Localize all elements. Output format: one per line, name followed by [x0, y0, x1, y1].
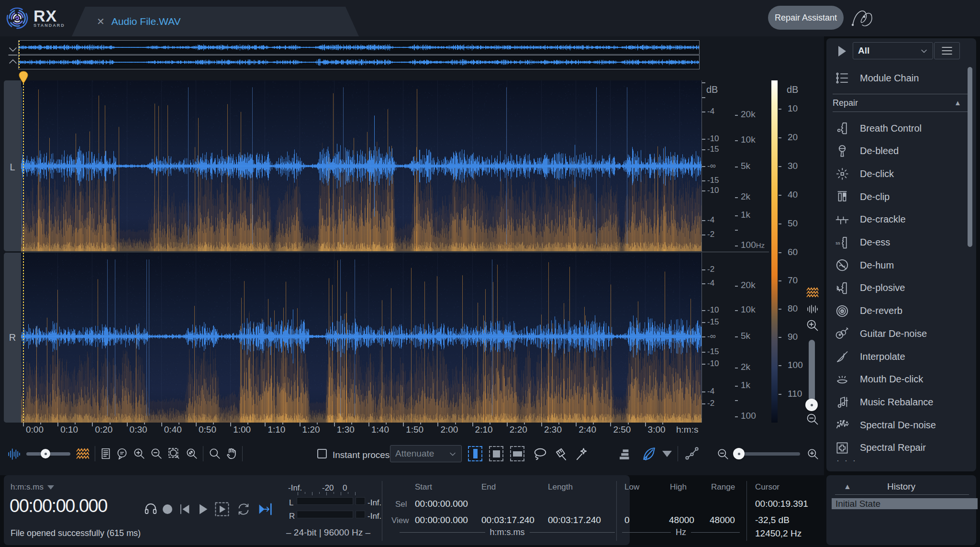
repair-assistant-button[interactable]: Repair Assistant — [768, 6, 844, 30]
timeline-label[interactable]: 0:40 — [164, 425, 182, 435]
overview-minimap-left[interactable] — [18, 40, 700, 55]
timeline-label[interactable]: 0:20 — [95, 425, 112, 435]
time-frequency-selection-tool[interactable] — [489, 446, 503, 461]
module-menu-button[interactable] — [934, 42, 960, 59]
feather-dropdown-icon[interactable] — [662, 451, 672, 457]
spectrogram-left-channel[interactable] — [21, 80, 702, 251]
search-icon[interactable] — [209, 447, 221, 460]
module-item-spectral-repair[interactable]: Spectral Repair — [831, 437, 965, 459]
loop-playback-button[interactable] — [236, 502, 251, 516]
timeline-label[interactable]: 3:00 — [648, 425, 666, 435]
sel-start-value[interactable]: 00:00:00.000 — [415, 499, 468, 509]
module-item-mouth-de-click[interactable]: Mouth De-click — [831, 368, 965, 391]
module-filter-select[interactable]: All — [853, 42, 933, 59]
waveform-view-icon[interactable] — [807, 304, 818, 314]
scribble-icon[interactable] — [848, 4, 875, 33]
play-selection-button[interactable] — [214, 502, 230, 517]
freq-high-value[interactable]: 48000 — [669, 515, 694, 525]
freq-low-value[interactable]: 0 — [624, 515, 630, 525]
timeline-label[interactable]: 1:00 — [233, 425, 251, 435]
module-item-de-clip[interactable]: De-clip — [831, 186, 965, 208]
vertical-zoom-in-icon[interactable] — [806, 319, 819, 332]
brush-tool-icon[interactable] — [554, 447, 568, 461]
preview-play-icon[interactable] — [838, 46, 846, 56]
module-item-de-bleed[interactable]: De-bleed — [831, 140, 965, 162]
vertical-zoom-slider-knob[interactable] — [805, 399, 818, 411]
zoom-selection-icon[interactable] — [167, 447, 182, 460]
module-chain-item[interactable]: Module Chain — [831, 67, 965, 89]
timeline-label[interactable]: 0:50 — [199, 425, 216, 435]
timeline-label[interactable]: 0:00 — [26, 425, 44, 435]
tab-audio-file[interactable]: ✕ Audio File.WAV — [72, 7, 359, 36]
zoom-out-icon[interactable] — [150, 447, 163, 460]
module-item-guitar-de-noise[interactable]: Guitar De-noise — [831, 323, 965, 345]
curve-nodes-icon[interactable] — [684, 446, 700, 461]
history-item[interactable]: Initial State — [832, 498, 978, 509]
playhead-marker[interactable] — [19, 71, 28, 83]
hand-tool-icon[interactable] — [225, 447, 238, 460]
time-selection-tool[interactable] — [468, 446, 482, 461]
timeline-label[interactable]: 1:30 — [337, 425, 355, 435]
spectrogram-right-channel[interactable] — [21, 253, 702, 423]
timeline-label[interactable]: 0:30 — [130, 425, 147, 435]
module-list-scrollbar[interactable] — [968, 67, 972, 247]
timeline-label[interactable]: 2:20 — [510, 425, 527, 435]
vertical-zoom-out-icon[interactable] — [806, 413, 819, 426]
frequency-selection-tool[interactable] — [510, 446, 524, 461]
feather-selection-icon[interactable] — [640, 446, 657, 462]
timeline-label[interactable]: 2:50 — [613, 425, 631, 435]
freq-range-value[interactable]: 48000 — [710, 515, 735, 525]
module-item-music-rebalance[interactable]: Music Rebalance — [831, 391, 965, 413]
play-button[interactable] — [196, 502, 210, 516]
spectrogram-view-icon[interactable] — [806, 286, 819, 300]
close-tab-icon[interactable]: ✕ — [97, 16, 105, 27]
spectrogram-settings-icon[interactable] — [76, 447, 90, 461]
horizontal-zoom-out-icon[interactable] — [717, 448, 729, 460]
adjust-levels-icon[interactable] — [619, 448, 633, 460]
repair-section-header[interactable]: Repair — [833, 98, 858, 108]
zoom-fit-icon[interactable] — [186, 447, 198, 460]
overview-minimap-right[interactable] — [18, 55, 700, 69]
record-button[interactable] — [163, 504, 172, 514]
zoom-in-icon[interactable] — [133, 447, 145, 460]
module-item-de-ess[interactable]: ssDe-ess — [831, 232, 965, 254]
view-end-value[interactable]: 00:03:17.240 — [481, 515, 535, 525]
collapse-section-icon[interactable]: ▲ — [954, 99, 961, 107]
timeline-label[interactable]: 1:10 — [267, 425, 285, 435]
module-item-interpolate[interactable]: Interpolate — [831, 346, 965, 368]
timeline-label[interactable]: 2:30 — [544, 425, 562, 435]
monitor-headphones-icon[interactable] — [144, 502, 158, 516]
horizontal-zoom-in-icon[interactable] — [807, 448, 819, 460]
timeline-label[interactable]: 2:40 — [579, 425, 596, 435]
timeline-label[interactable]: 1:50 — [406, 425, 423, 435]
lasso-tool-icon[interactable] — [533, 447, 547, 461]
timeline-label[interactable]: 2:10 — [475, 425, 493, 435]
module-item-de-hum[interactable]: De-hum — [831, 254, 965, 276]
timeline-label[interactable]: 0:10 — [60, 425, 78, 435]
comment-icon[interactable] — [116, 447, 128, 460]
module-item-breath-control[interactable]: Breath Control — [831, 117, 965, 139]
module-item-de-reverb[interactable]: De-reverb — [831, 300, 965, 322]
module-item-de-crackle[interactable]: De-crackle — [831, 209, 965, 231]
document-list-icon[interactable] — [100, 447, 112, 460]
blend-slider-knob[interactable] — [41, 449, 50, 458]
skip-to-start-button[interactable] — [178, 502, 191, 516]
play-to-end-button[interactable] — [257, 502, 273, 516]
view-start-value[interactable]: 00:00:00.000 — [415, 515, 468, 525]
waveform-mix-icon[interactable] — [8, 448, 20, 460]
timeline-label[interactable]: 1:40 — [371, 425, 389, 435]
playhead-time-display[interactable]: 00:00:00.000 — [10, 496, 107, 516]
audio-format-label[interactable]: – 24-bit | 96000 Hz – — [286, 527, 370, 538]
instant-process-checkbox[interactable] — [317, 449, 327, 458]
time-format-select[interactable]: h:m:s.ms — [11, 482, 54, 492]
view-length-value[interactable]: 00:03:17.240 — [548, 515, 601, 525]
magic-wand-icon[interactable] — [575, 447, 590, 461]
process-mode-select[interactable]: Attenuate — [390, 445, 462, 462]
playhead-line[interactable] — [23, 80, 24, 423]
module-item-de-plosive[interactable]: De-plosive — [831, 277, 965, 299]
timeline-label[interactable]: 1:20 — [302, 425, 320, 435]
vertical-zoom-slider-track[interactable] — [809, 340, 815, 407]
timeline-label[interactable]: 2:00 — [440, 425, 458, 435]
module-item-de-click[interactable]: De-click — [831, 163, 965, 185]
horizontal-zoom-knob[interactable] — [733, 448, 745, 459]
